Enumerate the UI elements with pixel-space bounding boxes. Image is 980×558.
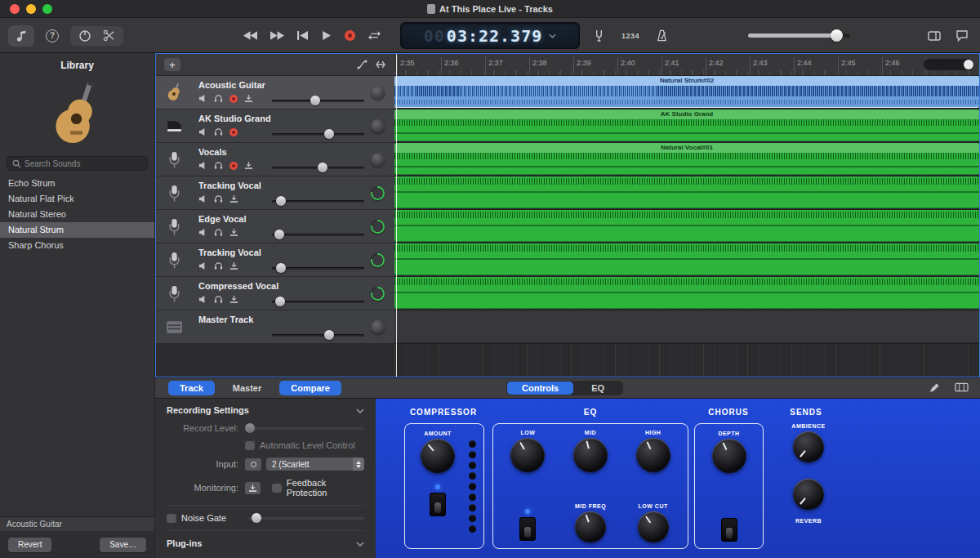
flex-time-icon[interactable] [375, 60, 386, 69]
input-monitor-icon[interactable] [244, 161, 253, 170]
track-name[interactable]: Tracking Vocal [198, 248, 261, 257]
mute-icon[interactable] [198, 94, 207, 103]
solo-headphones-icon[interactable] [214, 161, 223, 170]
eq-mid-knob[interactable] [573, 438, 608, 472]
mute-icon[interactable] [198, 228, 207, 237]
playhead[interactable] [396, 54, 397, 377]
tuner-button[interactable] [593, 29, 605, 42]
library-item[interactable]: Natural Flat Pick [0, 191, 154, 207]
compare-button[interactable]: Compare [279, 381, 341, 395]
tab-controls[interactable]: Controls [507, 382, 573, 395]
ambience-send-knob[interactable] [793, 431, 824, 462]
volume-thumb[interactable] [831, 29, 843, 42]
track-volume-slider[interactable] [272, 297, 364, 306]
library-item[interactable]: Sharp Chorus [0, 238, 154, 253]
volume-thumb[interactable] [275, 297, 285, 306]
record-enable-button[interactable] [229, 128, 238, 136]
eq-mid-freq-knob[interactable] [575, 511, 606, 542]
mute-icon[interactable] [198, 161, 207, 170]
pan-knob[interactable] [371, 153, 385, 167]
track-name[interactable]: Master Track [198, 315, 253, 324]
chorus-toggle[interactable] [721, 518, 737, 542]
volume-thumb[interactable] [274, 230, 284, 239]
automation-icon[interactable] [357, 60, 368, 69]
input-monitor-icon[interactable] [244, 94, 253, 103]
track-row[interactable]: Acoustic Guitar [156, 76, 394, 109]
region-row[interactable] [394, 210, 979, 243]
pan-knob[interactable] [371, 220, 385, 234]
track-volume-slider[interactable] [272, 129, 364, 139]
zoom-thumb[interactable] [964, 60, 973, 69]
region-row[interactable] [394, 277, 979, 310]
track-row[interactable]: Vocals [156, 143, 394, 176]
region-row[interactable] [394, 176, 979, 210]
editor-scissors-button[interactable] [103, 29, 115, 42]
region-row-master[interactable] [394, 310, 979, 344]
timeline-body[interactable]: Natural Strum#02 AK Studio Grand [394, 76, 979, 377]
solo-headphones-icon[interactable] [214, 228, 223, 237]
zoom-window-button[interactable] [42, 4, 52, 14]
region-row[interactable] [394, 243, 979, 277]
record-button[interactable] [345, 30, 355, 41]
chevron-down-icon[interactable] [356, 538, 364, 548]
monitoring-button[interactable] [245, 482, 261, 494]
library-item[interactable]: Echo Strum [0, 176, 154, 191]
track-volume-slider[interactable] [272, 96, 364, 105]
pan-knob[interactable] [371, 119, 385, 133]
pencil-icon[interactable] [929, 382, 940, 395]
solo-headphones-icon[interactable] [214, 94, 223, 103]
eq-low-cut-knob[interactable] [638, 511, 669, 542]
track-name[interactable]: Compressed Vocal [198, 281, 278, 291]
solo-headphones-icon[interactable] [214, 127, 223, 136]
eq-toggle[interactable] [519, 517, 536, 541]
loop-browser-button[interactable] [956, 29, 969, 42]
pan-knob[interactable] [371, 186, 385, 200]
compressor-toggle[interactable] [430, 493, 446, 516]
audio-region[interactable] [394, 277, 979, 309]
solo-headphones-icon[interactable] [214, 194, 223, 203]
fast-forward-button[interactable] [270, 31, 284, 40]
record-enable-button[interactable] [229, 95, 238, 103]
mute-icon[interactable] [198, 194, 207, 203]
region-row[interactable]: Natural Strum#02 [394, 76, 979, 109]
mute-icon[interactable] [198, 127, 207, 136]
noise-gate-slider[interactable] [248, 513, 364, 523]
track-row-master[interactable]: Master Track [156, 310, 394, 344]
search-field[interactable] [7, 156, 148, 171]
record-level-slider[interactable] [245, 423, 364, 433]
track-volume-slider[interactable] [272, 330, 364, 340]
volume-thumb[interactable] [324, 129, 334, 139]
audio-region[interactable] [394, 243, 979, 275]
audio-region[interactable]: AK Studio Grand [394, 109, 979, 141]
pan-knob[interactable] [371, 287, 385, 301]
add-track-button[interactable]: + [164, 58, 180, 71]
input-monitor-icon[interactable] [229, 228, 238, 237]
region-row[interactable]: Natural Vocal#01 [394, 143, 979, 176]
volume-thumb[interactable] [276, 263, 286, 273]
chevron-down-icon[interactable] [549, 33, 556, 38]
count-in-button[interactable]: 1234 [621, 32, 639, 40]
solo-headphones-icon[interactable] [214, 261, 223, 270]
metronome-button[interactable] [656, 29, 668, 42]
cycle-button[interactable] [368, 30, 381, 41]
chevron-down-icon[interactable] [356, 405, 364, 415]
feedback-checkbox[interactable] [272, 483, 282, 493]
auto-level-checkbox[interactable] [245, 440, 255, 450]
mute-icon[interactable] [198, 295, 207, 304]
track-name[interactable]: Tracking Vocal [198, 181, 261, 190]
noise-gate-checkbox[interactable] [167, 513, 176, 523]
volume-thumb[interactable] [318, 163, 327, 172]
tab-eq[interactable]: EQ [573, 382, 622, 395]
volume-thumb[interactable] [324, 330, 334, 340]
play-button[interactable] [321, 30, 332, 41]
region-row[interactable]: AK Studio Grand [394, 109, 979, 143]
track-volume-slider[interactable] [272, 163, 364, 172]
master-volume-slider[interactable] [748, 33, 850, 38]
track-name[interactable]: Vocals [198, 147, 227, 157]
keyboard-icon[interactable] [955, 382, 969, 395]
audio-region[interactable] [394, 176, 979, 208]
input-monitor-icon[interactable] [229, 194, 238, 203]
input-format-button[interactable] [245, 458, 261, 471]
track-volume-slider[interactable] [272, 196, 364, 206]
quick-help-button[interactable]: ? [46, 29, 59, 42]
